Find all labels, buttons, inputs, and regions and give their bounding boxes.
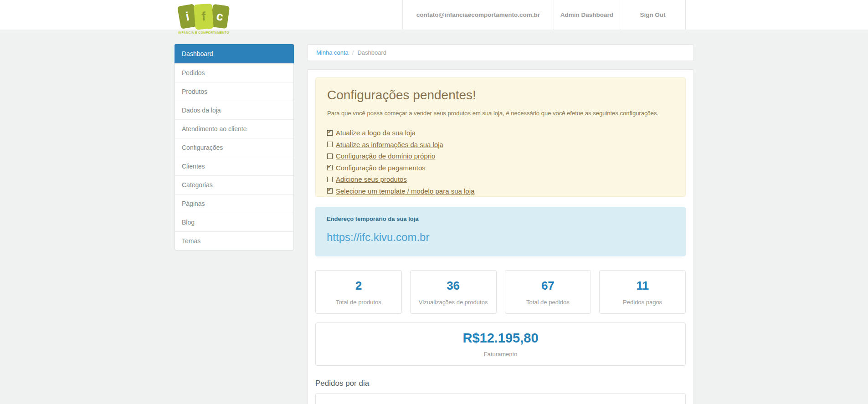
- checkbox-icon[interactable]: [327, 177, 333, 182]
- pending-configurations-alert: Configurações pendentes! Para que você p…: [315, 77, 686, 197]
- sidebar-menu: Dashboard Pedidos Produtos Dados da loja…: [175, 44, 294, 251]
- stat-label: Pedidos pagos: [623, 299, 662, 306]
- task-link-dominio[interactable]: Configuração de domínio próprio: [336, 152, 435, 160]
- sidebar-item-temas[interactable]: Temas: [175, 231, 293, 250]
- task-row: Selecione um template / modelo para sua …: [327, 185, 674, 197]
- stats-row: 2 Total de produtos 36 Vizualizações de …: [315, 270, 686, 314]
- sidebar-item-pedidos[interactable]: Pedidos: [175, 63, 293, 82]
- sidebar-item-clientes[interactable]: Clientes: [175, 157, 293, 175]
- logo-caption: INFÂNCIA E COMPORTAMENTO: [177, 31, 231, 34]
- stat-value: 67: [541, 279, 555, 293]
- task-row: Adicione seus produtos: [327, 174, 674, 185]
- sidebar-item-configuracoes[interactable]: Configurações: [175, 138, 293, 157]
- task-link-informacoes[interactable]: Atualize as informações da sua loja: [336, 141, 443, 148]
- header-nav: contato@infanciaecomportamento.com.br Ad…: [402, 0, 686, 30]
- sidebar-item-atendimento[interactable]: Atendimento ao cliente: [175, 119, 293, 138]
- alert-description: Para que você possa começar a vender seu…: [327, 110, 674, 117]
- checkbox-icon[interactable]: [327, 165, 333, 170]
- account-email[interactable]: contato@infanciaecomportamento.com.br: [402, 0, 554, 30]
- task-row: Configuração de pagamentos: [327, 162, 674, 174]
- revenue-card: R$12.195,80 Faturamento: [315, 322, 686, 366]
- sidebar-item-dashboard[interactable]: Dashboard: [175, 44, 294, 63]
- logo-letter-f: f: [194, 3, 214, 30]
- main-content-panel: Configurações pendentes! Para que você p…: [307, 69, 694, 404]
- stat-card-visualizacoes: 36 Vizualizações de produtos: [410, 270, 497, 314]
- revenue-label: Faturamento: [484, 351, 518, 358]
- task-row: Configuração de domínio próprio: [327, 150, 674, 162]
- sidebar-item-dados-da-loja[interactable]: Dados da loja: [175, 101, 293, 119]
- checkbox-icon[interactable]: [327, 130, 333, 136]
- breadcrumb-separator: /: [352, 49, 354, 56]
- stat-value: 36: [447, 279, 460, 293]
- sidebar-item-produtos[interactable]: Produtos: [175, 82, 293, 101]
- checkbox-icon[interactable]: [327, 188, 333, 194]
- breadcrumb-minha-conta-link[interactable]: Minha conta: [316, 49, 349, 56]
- task-link-template[interactable]: Selecione um template / modelo para sua …: [336, 187, 474, 195]
- checkbox-icon[interactable]: [327, 142, 333, 147]
- breadcrumb-current-page: Dashboard: [357, 49, 386, 56]
- sidebar-item-paginas[interactable]: Páginas: [175, 194, 293, 213]
- stat-card-total-pedidos: 67 Total de pedidos: [505, 270, 591, 314]
- alert-title: Configurações pendentes!: [327, 88, 674, 102]
- store-logo[interactable]: i f c INFÂNCIA E COMPORTAMENTO: [177, 4, 231, 34]
- sidebar-item-blog[interactable]: Blog: [175, 213, 293, 231]
- stat-card-pedidos-pagos: 11 Pedidos pagos: [599, 270, 686, 314]
- breadcrumb: Minha conta / Dashboard: [307, 44, 694, 61]
- sign-out-button[interactable]: Sign Out: [620, 0, 686, 30]
- task-row: Atualize as informações da sua loja: [327, 139, 674, 151]
- checkbox-icon[interactable]: [327, 153, 333, 159]
- revenue-value: R$12.195,80: [462, 331, 538, 346]
- orders-per-day-chart: [315, 393, 686, 404]
- task-link-pagamentos[interactable]: Configuração de pagamentos: [336, 164, 426, 172]
- top-header: contato@infanciaecomportamento.com.br Ad…: [0, 0, 868, 30]
- stat-label: Vizualizações de produtos: [419, 299, 488, 306]
- stat-card-total-produtos: 2 Total de produtos: [315, 270, 402, 314]
- store-address-title: Endereço temporário da sua loja: [327, 215, 674, 222]
- stat-label: Total de pedidos: [526, 299, 570, 306]
- admin-dashboard-link[interactable]: Admin Dashboard: [554, 0, 620, 30]
- store-address-box: Endereço temporário da sua loja https://…: [315, 207, 686, 256]
- task-row: Atualize a logo da sua loja: [327, 127, 674, 139]
- orders-per-day-title: Pedidos por dia: [315, 379, 686, 388]
- task-link-logo[interactable]: Atualize a logo da sua loja: [336, 129, 416, 137]
- sidebar-item-categorias[interactable]: Categorias: [175, 175, 293, 194]
- stat-value: 2: [355, 279, 362, 293]
- stat-value: 11: [636, 279, 649, 293]
- configuration-task-list: Atualize a logo da sua loja Atualize as …: [327, 127, 674, 197]
- store-url-link[interactable]: https://ifc.kivu.com.br: [327, 231, 429, 244]
- logo-cards-icon: i f c: [177, 4, 231, 29]
- task-link-produtos[interactable]: Adicione seus produtos: [336, 175, 407, 183]
- stat-label: Total de produtos: [336, 299, 381, 306]
